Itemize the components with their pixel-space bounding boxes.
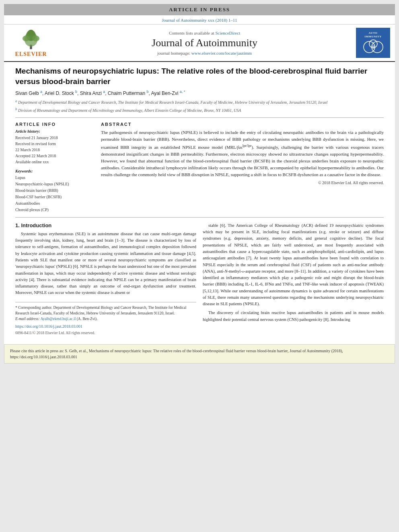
citation-bar: Please cite this article in press as: S.… [4,344,395,364]
citation-text: Please cite this article in press as: S.… [10,349,343,359]
affil-a-text: Department of Developmental Biology and … [18,101,327,105]
keyword-bbb: Blood-brain barrier (BBB) [15,187,94,194]
article-content: Mechanisms of neuropsychiatric lupus: Th… [4,62,395,340]
section-number: 1. [15,222,20,228]
body-right-column: stable [6]. The American College of Rheu… [203,222,384,336]
history-item-3: 22 March 2018 [15,147,94,153]
issn-text: 0896-8411/© 2018 Elsevier Ltd. All right… [15,330,196,336]
footnote-email: E-mail address: Ayalb@ekmd.huji.ac.il (A… [15,316,196,322]
page: ARTICLE IN PRESS Journal of Autoimmunity… [4,4,395,364]
thumb-title-line1: AUTO [368,31,377,35]
copyright-text: © 2018 Elsevier Ltd. All rights reserved… [101,181,384,185]
article-title: Mechanisms of neuropsychiatric lupus: Th… [15,66,384,86]
article-info-abstract-section: ARTICLE INFO Article history: Received 2… [15,122,384,213]
homepage-label: journal homepage: [157,51,190,55]
keyword-bcsfb: Blood-CSF barrier (BCSFB) [15,194,94,200]
history-item-5: Available online xxx [15,159,94,165]
svg-point-3 [23,35,30,41]
body-section: 1. Introduction Systemic lupus erythemat… [15,222,384,336]
elsevier-label: ELSEVIER [15,51,47,58]
intro-text-left: Systemic lupus erythematosus (SLE) is an… [15,231,196,296]
homepage-line: journal homepage: www.elsevier.com/locat… [53,51,356,55]
journal-header: ELSEVIER Contents lists available at Sci… [4,25,395,62]
sciencedirect-link[interactable]: ScienceDirect [215,31,240,35]
email-link[interactable]: Ayalb@ekmd.huji.ac.il [40,317,76,321]
abstract-text: The pathogenesis of neuropsychiatric lup… [101,129,384,178]
affiliation-b: b Division of Rheumatology and Departmen… [15,107,384,113]
elsevier-tree-icon [17,28,45,50]
svg-point-5 [28,30,34,36]
journal-center: Contents lists available at ScienceDirec… [53,31,356,55]
keywords-label: Keywords: [15,169,94,173]
affil-b-text: Division of Rheumatology and Department … [18,108,241,113]
contents-text: Contents lists available at [169,31,214,35]
svg-point-4 [32,35,39,41]
svg-point-9 [372,45,375,49]
authors-line: Sivan Gelb a, Ariel D. Stock b, Shira An… [15,90,384,96]
footnote-area: * Corresponding author. Department of De… [15,302,196,336]
journal-ref-text: Journal of Autoimmunity xxx (2018) 1–11 [162,18,237,23]
thumb-graphic [361,38,385,54]
homepage-url[interactable]: www.elsevier.com/locate/jautimm [191,51,252,55]
elsevier-logo: ELSEVIER [9,28,53,58]
article-in-press-banner: ARTICLE IN PRESS [4,4,395,15]
article-info-column: ARTICLE INFO Article history: Received 2… [15,122,94,213]
journal-thumbnail: AUTO IMMUNITY [356,28,390,58]
keyword-npsle: Neuropsychiatric-lupus (NPSLE) [15,181,94,187]
thumb-title-line2: IMMUNITY [364,35,382,38]
intro-heading: 1. Introduction [15,222,196,228]
divider-2 [15,217,384,218]
keyword-cp: Choroid plexus (CP) [15,207,94,213]
abstract-header: ABSTRACT [101,122,384,127]
keyword-autoantibodies: Autoantibodies [15,200,94,207]
section-title: Introduction [21,222,51,228]
body-left-column: 1. Introduction Systemic lupus erythemat… [15,222,196,336]
journal-reference-line: Journal of Autoimmunity xxx (2018) 1–11 [4,15,395,25]
affiliation-a: a Department of Developmental Biology an… [15,99,384,105]
keyword-lupus: Lupus [15,175,94,181]
history-item-2: Received in revised form [15,141,94,147]
journal-title: Journal of Autoimmunity [53,37,356,49]
article-info-header: ARTICLE INFO [15,122,94,127]
abstract-column: ABSTRACT The pathogenesis of neuropsychi… [101,122,384,213]
history-label: Article history: [15,129,94,134]
banner-text: ARTICLE IN PRESS [169,6,230,12]
doi-link[interactable]: https://doi.org/10.1016/j.jaut.2018.03.0… [15,323,196,329]
sciencedirect-line: Contents lists available at ScienceDirec… [53,31,356,35]
intro-text-right: stable [6]. The American College of Rheu… [203,222,384,323]
footnote-star-text: * Corresponding author. Department of De… [15,305,196,316]
history-item-1: Received 21 January 2018 [15,135,94,141]
divider-1 [15,117,384,118]
history-item-4: Accepted 22 March 2018 [15,153,94,159]
